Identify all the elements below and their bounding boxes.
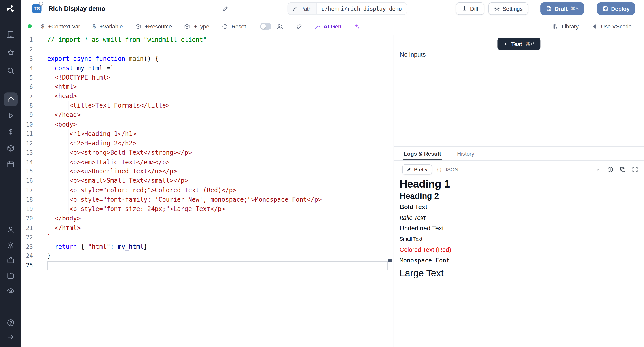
dollar-icon: $ <box>41 23 44 30</box>
line-number: 18 <box>22 195 33 204</box>
search-icon[interactable] <box>6 67 15 75</box>
sidebar-item-schedules-icon[interactable] <box>6 160 15 168</box>
code-line[interactable]: </head> <box>47 110 393 120</box>
draft-shortcut: ⌘S <box>570 6 579 12</box>
sidebar-item-runs-icon[interactable] <box>6 112 15 120</box>
dollar-icon: $ <box>92 23 96 30</box>
sidebar-item-variables-icon[interactable] <box>6 128 15 136</box>
code-line[interactable]: <p style="font-family: 'Courier New', mo… <box>47 195 393 204</box>
workspace-icon[interactable] <box>6 30 15 39</box>
ai-gen-button[interactable]: AI Gen <box>314 23 342 30</box>
favorites-star-icon[interactable] <box>6 48 15 57</box>
add-type-button[interactable]: +Type <box>184 23 209 30</box>
code-line[interactable]: <p><small>Small Text</small></p> <box>47 176 393 186</box>
sidebar-item-settings-icon[interactable] <box>6 241 15 249</box>
refresh-icon <box>222 23 228 30</box>
sidebar-item-folders-icon[interactable] <box>6 272 15 280</box>
code-line[interactable]: </html> <box>47 223 393 233</box>
info-icon[interactable] <box>607 166 614 172</box>
line-number: 24 <box>22 252 33 261</box>
sidebar-item-workers-icon[interactable] <box>6 256 15 264</box>
line-number: 25 <box>22 261 33 270</box>
code-line[interactable]: <p><em>Italic Text</em></p> <box>47 158 393 167</box>
code-line[interactable]: <h1>Heading 1</h1> <box>47 129 393 138</box>
right-panel: Test ⌘↵ No inputs Logs & Result History … <box>394 35 644 347</box>
path-value[interactable]: u/henri/rich_display_demo <box>317 3 407 14</box>
no-inputs-text: No inputs <box>400 51 426 58</box>
code-line[interactable]: <h2>Heading 2</h2> <box>47 138 393 148</box>
line-number: 14 <box>22 158 33 167</box>
json-view-button[interactable]: {} JSON <box>432 164 463 174</box>
result-text-large: Large Text <box>400 266 638 280</box>
diff-button[interactable]: Diff <box>456 2 484 15</box>
library-button[interactable]: Library <box>552 23 579 30</box>
users-icon[interactable] <box>276 23 283 30</box>
code-area[interactable]: // import * as wmill from "windmill-clie… <box>47 35 393 347</box>
test-shortcut: ⌘↵ <box>526 41 535 47</box>
code-line[interactable] <box>47 45 393 54</box>
code-editor[interactable]: 1234567891011121314151617181920212223242… <box>22 35 394 347</box>
path-label-text: Path <box>300 6 312 12</box>
line-number: 3 <box>22 54 33 64</box>
add-variable-button[interactable]: $ +Variable <box>92 23 123 30</box>
code-line[interactable]: <head> <box>47 92 393 101</box>
content: 1234567891011121314151617181920212223242… <box>22 35 644 347</box>
add-resource-button[interactable]: +Resource <box>135 23 172 30</box>
package-icon <box>184 23 190 30</box>
editor-toolbar: $ +Context Var $ +Variable +Resource +Ty… <box>22 18 644 35</box>
code-line[interactable]: } <box>47 252 393 261</box>
use-vscode-button[interactable]: Use VScode <box>591 23 632 30</box>
result-text-mono: Monospace Font <box>400 255 638 266</box>
expand-sidebar-icon[interactable] <box>6 333 15 342</box>
download-icon[interactable] <box>595 166 601 172</box>
reset-button[interactable]: Reset <box>222 23 246 30</box>
format-brush-icon[interactable] <box>295 23 302 30</box>
assistant-toggle[interactable] <box>260 23 271 30</box>
test-button[interactable]: Test ⌘↵ <box>497 38 541 50</box>
code-line[interactable]: <p><u>Underlined Text</u></p> <box>47 167 393 176</box>
code-line[interactable] <box>47 261 393 270</box>
result-actions <box>595 166 638 172</box>
tab-logs-result[interactable]: Logs & Result <box>403 147 442 160</box>
deploy-button[interactable]: Deploy <box>597 2 635 15</box>
code-line[interactable]: export async function main() { <box>47 54 393 64</box>
path-control[interactable]: Path u/henri/rich_display_demo <box>288 2 407 15</box>
line-number: 15 <box>22 167 33 176</box>
edit-summary-pencil-icon[interactable] <box>222 5 229 12</box>
code-line[interactable]: <body> <box>47 120 393 129</box>
path-label[interactable]: Path <box>288 3 317 14</box>
code-line[interactable]: <!DOCTYPE html> <box>47 73 393 82</box>
code-line[interactable]: <title>Text Formats</title> <box>47 101 393 110</box>
result-text-italic: Italic Text <box>400 212 638 223</box>
sidebar-item-audit-icon[interactable] <box>6 287 15 295</box>
add-context-var-button[interactable]: $ +Context Var <box>41 23 80 30</box>
add-context-var-label: +Context Var <box>48 23 80 30</box>
settings-button[interactable]: Settings <box>488 2 528 15</box>
language-change-badge[interactable] <box>39 2 43 6</box>
play-icon <box>503 42 508 46</box>
code-line[interactable]: ` <box>47 233 393 242</box>
windmill-logo-icon[interactable] <box>5 3 16 14</box>
code-line[interactable]: return { "html": my_html} <box>47 242 393 252</box>
code-line[interactable]: </body> <box>47 214 393 223</box>
library-label: Library <box>562 23 579 30</box>
sidebar-item-user-icon[interactable] <box>6 225 15 234</box>
sidebar-item-resources-icon[interactable] <box>6 144 15 152</box>
code-line[interactable]: <p style="font-size: 24px;">Large Text</… <box>47 204 393 214</box>
help-icon[interactable] <box>6 318 15 327</box>
tab-history[interactable]: History <box>456 147 475 160</box>
line-number: 5 <box>22 73 33 82</box>
expand-icon[interactable] <box>632 166 638 172</box>
code-line[interactable]: // import * as wmill from "windmill-clie… <box>47 35 393 45</box>
library-icon <box>552 23 558 30</box>
code-line[interactable]: const my_html =` <box>47 64 393 73</box>
code-line[interactable]: <p style="color: red;">Colored Text (Red… <box>47 186 393 195</box>
sidebar-item-home[interactable] <box>4 92 18 106</box>
copy-icon[interactable] <box>620 166 626 172</box>
code-line[interactable]: <html> <box>47 82 393 92</box>
sparkles-icon[interactable] <box>353 23 360 30</box>
draft-button[interactable]: Draft ⌘S <box>541 2 584 15</box>
pretty-view-button[interactable]: Pretty <box>402 164 432 174</box>
line-number: 11 <box>22 129 33 138</box>
code-line[interactable]: <p><strong>Bold Text</strong></p> <box>47 148 393 158</box>
